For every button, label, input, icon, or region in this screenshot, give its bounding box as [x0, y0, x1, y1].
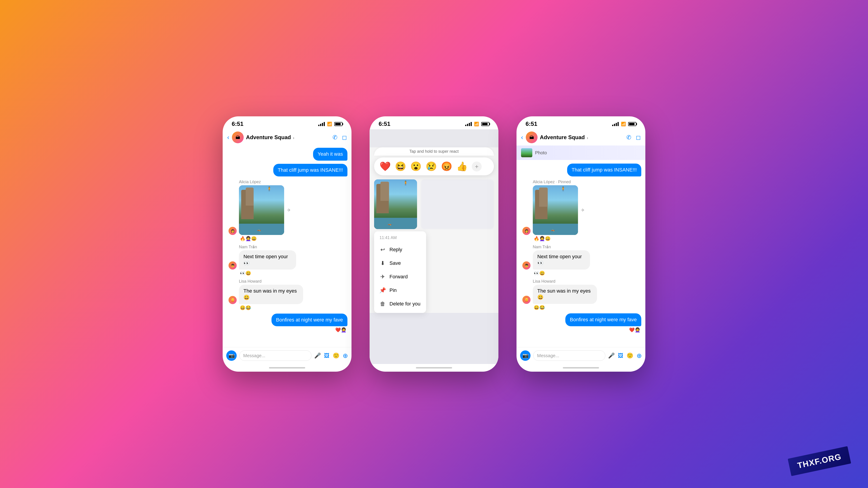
back-button-left[interactable]: ‹ — [227, 134, 229, 141]
bubble-cliff-right: That cliff jump was INSANE!!! — [567, 164, 641, 176]
kayak-middle: 🛶 — [388, 222, 392, 226]
status-icons-left: 📶 — [318, 122, 342, 127]
context-menu-time: 11:41 AM — [374, 234, 426, 243]
plus-button-right[interactable]: ⊕ — [637, 352, 642, 359]
context-menu-wrapper: 11:41 AM ↩ Reply ⬇ Save ✈ Forward � — [370, 231, 498, 313]
pinned-banner[interactable]: Photo — [517, 145, 645, 160]
video-button-left[interactable]: ◻ — [342, 134, 347, 141]
reactions-bonfires-left: ❤️👩‍🦱 — [335, 327, 347, 332]
avatar-nam-right: 👦 — [522, 261, 530, 269]
blur-area-top — [370, 129, 498, 147]
reactions-bonfires-right: ❤️👩‍🦱 — [629, 327, 641, 332]
react-wow[interactable]: 😮 — [410, 161, 422, 172]
context-save[interactable]: ⬇ Save — [374, 256, 426, 270]
sticker-button-left[interactable]: 🙂 — [333, 352, 340, 359]
image-button-left[interactable]: 🖼 — [324, 352, 330, 359]
photo-container-left: 🧍 🛶 ✈ — [239, 185, 284, 235]
input-actions-right: 🎤 🖼 🙂 ⊕ — [608, 352, 642, 359]
react-laugh[interactable]: 😆 — [395, 161, 406, 172]
msg-row-nam-right: Nam Trần 👦 Next time open your 👀 👀😀 — [521, 245, 641, 276]
back-button-right[interactable]: ‹ — [521, 134, 523, 141]
status-icons-middle: 📶 — [465, 122, 489, 127]
camera-button-right[interactable]: 📷 — [520, 350, 530, 361]
video-button-right[interactable]: ◻ — [636, 134, 641, 141]
delete-icon: 🗑 — [379, 301, 386, 307]
group-name-right: Adventure Squad › — [540, 134, 624, 140]
msg-row-yeah: Yeah it was — [227, 148, 347, 161]
input-placeholder-right: Message... — [537, 353, 559, 358]
home-bar-right — [563, 367, 599, 368]
wifi-icon-middle: 📶 — [474, 122, 479, 127]
photo-container-right: 🧍 🛶 ✈ — [533, 185, 578, 235]
mic-button-left[interactable]: 🎤 — [314, 352, 321, 359]
phone-button-left[interactable]: ✆ — [333, 134, 338, 141]
right-phone: 6:51 📶 ‹ 🏔 Adventure Squad › — [517, 116, 645, 372]
context-delete[interactable]: 🗑 Delete for you — [374, 297, 426, 311]
sender-lisa-right: Lisa Howard — [522, 279, 555, 284]
bubble-lisa-left: The sun was in my eyes 😀 — [239, 285, 303, 304]
add-reaction-button[interactable]: ＋ — [472, 162, 482, 171]
home-indicator-right — [517, 364, 645, 372]
pin-label: Pin — [390, 287, 397, 293]
msg-row-bonfires-left: Bonfires at night were my fave ❤️👩‍🦱 — [227, 314, 347, 333]
msg-row-nam-left: Nam Trần 👦 Next time open your 👀 👀😀 — [227, 245, 347, 276]
msg-row-alicia-left: Alicia López 👩 🧍 🛶 — [227, 180, 347, 241]
alicia-msg-left: 👩 🧍 🛶 ✈ — [228, 185, 284, 235]
water-middle — [374, 218, 417, 229]
input-actions-left: 🎤 🖼 🙂 ⊕ — [314, 352, 348, 359]
plus-button-left[interactable]: ⊕ — [343, 352, 348, 359]
middle-photo-msg: 🧍 🛶 — [374, 180, 417, 229]
react-thumbs[interactable]: 👍 — [456, 161, 468, 172]
photo-msg-right: 🧍 🛶 — [533, 185, 578, 235]
message-input-right[interactable]: Message... — [533, 350, 605, 361]
reactions-alicia-left: 🔥👩‍🦱😀 — [228, 236, 257, 241]
status-bar-middle: 6:51 📶 — [370, 116, 498, 129]
phones-container: 6:51 📶 ‹ 🏔 Adventure Squad › — [223, 116, 645, 372]
input-bar-right: 📷 Message... 🎤 🖼 🙂 ⊕ — [517, 347, 645, 364]
msg-row-cliff-right: That cliff jump was INSANE!!! — [521, 164, 641, 176]
sticker-button-right[interactable]: 🙂 — [627, 352, 633, 359]
status-bar-right: 6:51 📶 — [517, 116, 645, 129]
sender-nam-right: Nam Trần — [522, 245, 551, 250]
home-indicator-left — [223, 364, 351, 372]
photo-msg-left: 🧍 🛶 — [239, 185, 284, 235]
msg-row-cliff: That cliff jump was INSANE!!! — [227, 164, 347, 177]
status-time-right: 6:51 — [526, 121, 537, 127]
battery-icon-left — [334, 122, 342, 126]
delete-label: Delete for you — [390, 301, 421, 307]
status-time-middle: 6:51 — [379, 121, 391, 127]
group-avatar-left: 🏔 — [232, 131, 244, 143]
reaction-picker-wrapper: Tap and hold to super react ❤️ 😆 😮 😢 😡 👍… — [370, 147, 498, 177]
mic-button-right[interactable]: 🎤 — [608, 352, 615, 359]
save-label: Save — [390, 260, 401, 266]
react-cry[interactable]: 😢 — [426, 161, 437, 172]
reactions-lisa-left: 😀😂 — [228, 305, 251, 311]
react-heart[interactable]: ❤️ — [379, 161, 391, 172]
camera-button-left[interactable]: 📷 — [226, 350, 237, 361]
forward-label: Forward — [390, 274, 408, 280]
lisa-msg-right: 👱 The sun was in my eyes 😀 — [522, 285, 602, 304]
context-reply[interactable]: ↩ Reply — [374, 243, 426, 256]
context-pin[interactable]: 📌 Pin — [374, 284, 426, 297]
context-forward[interactable]: ✈ Forward — [374, 270, 426, 284]
react-angry[interactable]: 😡 — [441, 161, 452, 172]
reaction-picker: ❤️ 😆 😮 😢 😡 👍 ＋ — [374, 158, 494, 175]
avatar-lisa-right: 👱 — [522, 296, 530, 304]
kayak-left: 🛶 — [257, 228, 261, 232]
nav-header-right: ‹ 🏔 Adventure Squad › ✆ ◻ — [517, 129, 645, 145]
phone-button-right[interactable]: ✆ — [626, 134, 631, 141]
watermark-container: THXF.ORG — [789, 452, 850, 470]
group-avatar-right: 🏔 — [526, 131, 537, 143]
avatar-lisa-left: 👱 — [228, 296, 237, 304]
bubble-lisa-right: The sun was in my eyes 😀 — [533, 285, 597, 304]
nav-header-left: ‹ 🏔 Adventure Squad › ✆ ◻ — [223, 129, 351, 145]
person-icon-right: 🧍 — [561, 186, 565, 191]
msg-row-lisa-left: Lisa Howard 👱 The sun was in my eyes 😀 😀… — [227, 279, 347, 310]
reply-label: Reply — [390, 247, 402, 253]
nav-actions-left: ✆ ◻ — [333, 134, 347, 141]
water-left — [239, 224, 284, 235]
signal-icon-right — [612, 122, 619, 126]
chat-content-right: That cliff jump was INSANE!!! Alicia Lóp… — [517, 161, 645, 347]
image-button-right[interactable]: 🖼 — [618, 352, 623, 359]
message-input-left[interactable]: Message... — [239, 350, 311, 361]
